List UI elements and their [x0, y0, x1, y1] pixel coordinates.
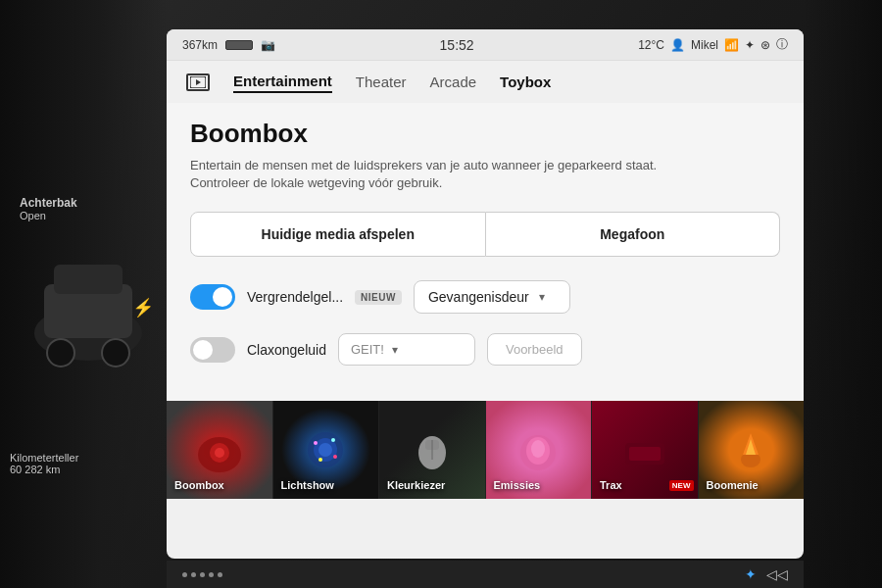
svg-point-14	[314, 441, 318, 445]
status-right: 12°C 👤 Mikel 📶 ✦ ⊛ ⓘ	[638, 36, 788, 53]
chevron-down-icon-1: ▾	[539, 290, 545, 304]
boombox-label: Boombox	[174, 479, 224, 491]
svg-rect-2	[54, 265, 122, 294]
temp-display: 12°C	[638, 38, 664, 52]
distance-display: 367km	[182, 38, 218, 52]
vergrendelgel-toggle[interactable]	[190, 284, 235, 310]
dot-3	[200, 572, 205, 577]
star-icon: ✦	[745, 38, 755, 52]
new-badge: NIEUW	[355, 290, 402, 305]
svg-marker-7	[196, 79, 201, 85]
svg-rect-25	[629, 447, 661, 461]
battery-bar	[225, 40, 253, 50]
status-bar: 367km 📷 15:52 12°C 👤 Mikel 📶 ✦ ⊛ ⓘ	[167, 29, 804, 61]
svg-point-23	[531, 440, 545, 458]
toybox-boomenie[interactable]: Boomenie	[699, 401, 805, 499]
trax-badge: NEW	[669, 480, 694, 491]
dropdown-value-1: Gevangenisdeur	[428, 289, 529, 305]
volume-icon[interactable]: ◁◁	[766, 566, 788, 582]
toybox-emissies[interactable]: Emissies	[486, 401, 592, 499]
wifi-icon: ⊛	[760, 38, 770, 52]
camera-icon: 📷	[261, 38, 275, 52]
toggle-knob-2	[193, 340, 213, 360]
kleurkiezer-label: Kleurkiezer	[387, 479, 445, 491]
open-label: Open	[20, 210, 77, 221]
page-description: Entertain de mensen met de luidsprekers …	[190, 157, 700, 192]
svg-point-17	[333, 455, 337, 459]
toggle-row-2: Claxongeluid GEIT! ▾ Voorbeeld	[190, 333, 780, 366]
svg-point-10	[215, 448, 224, 458]
user-icon: 👤	[670, 38, 685, 52]
toggle-knob-1	[213, 287, 232, 307]
svg-point-4	[102, 339, 129, 367]
svg-point-16	[318, 458, 322, 462]
emissies-label: Emissies	[494, 479, 541, 491]
signal-icon: 📶	[724, 38, 739, 52]
nav-arcade[interactable]: Arcade	[430, 72, 477, 92]
main-screen: 367km 📷 15:52 12°C 👤 Mikel 📶 ✦ ⊛ ⓘ Enter…	[167, 29, 804, 559]
gevangenisdeur-dropdown[interactable]: Gevangenisdeur ▾	[414, 280, 570, 314]
chevron-down-icon-2: ▾	[392, 343, 398, 357]
taskbar-right: ✦ ◁◁	[745, 566, 788, 582]
lichtshow-label: Lichtshow	[281, 479, 334, 491]
geit-value: GEIT!	[351, 342, 384, 357]
achterbak-label: Achterbak	[20, 196, 77, 210]
media-button[interactable]: Huidige media afspelen	[190, 212, 486, 257]
entertainment-icon[interactable]	[186, 74, 210, 91]
time-display: 15:52	[440, 37, 474, 53]
svg-text:⚡: ⚡	[132, 297, 155, 318]
vergrendelgel-label: Vergrendelgel...	[247, 289, 343, 305]
toybox-kleurkiezer[interactable]: Kleurkiezer	[379, 401, 485, 499]
car-silhouette: ⚡	[20, 216, 157, 372]
toggle-row-1: Vergrendelgel... NIEUW Gevangenisdeur ▾	[190, 280, 780, 314]
km-info: Kilometerteller 60 282 km	[10, 452, 78, 475]
dot-4	[209, 572, 214, 577]
boomenie-label: Boomenie	[707, 479, 759, 491]
svg-point-13	[318, 443, 332, 457]
nav-theater[interactable]: Theater	[356, 72, 407, 92]
nav-bar: Entertainment Theater Arcade Toybox	[167, 61, 804, 103]
right-dark-panel	[804, 0, 882, 588]
svg-point-15	[331, 438, 335, 442]
svg-point-3	[47, 339, 74, 367]
toybox-boombox[interactable]: Boombox	[167, 401, 272, 499]
geit-dropdown[interactable]: GEIT! ▾	[338, 333, 475, 366]
dot-5	[218, 572, 222, 577]
main-content: Boombox Entertain de mensen met de luids…	[167, 103, 804, 401]
user-name: Mikel	[691, 38, 718, 52]
claxon-toggle[interactable]	[190, 337, 235, 363]
km-title: Kilometerteller	[10, 452, 78, 464]
nav-entertainment[interactable]: Entertainment	[233, 71, 332, 93]
megafoon-button[interactable]: Megafoon	[486, 212, 781, 257]
sidebar-info: Achterbak Open	[20, 196, 77, 221]
bottom-taskbar: ✦ ◁◁	[167, 561, 804, 588]
info-icon: ⓘ	[776, 36, 788, 53]
bluetooth-icon[interactable]: ✦	[745, 566, 757, 582]
taskbar-dots	[182, 572, 222, 577]
status-left: 367km 📷	[182, 38, 275, 52]
trax-label: Trax	[600, 479, 622, 491]
km-value: 60 282 km	[10, 464, 78, 475]
page-title: Boombox	[190, 119, 780, 149]
nav-toybox[interactable]: Toybox	[500, 72, 551, 92]
dot-2	[191, 572, 196, 577]
button-row: Huidige media afspelen Megafoon	[190, 212, 780, 257]
toybox-lichtshow[interactable]: Lichtshow	[273, 401, 379, 499]
dot-1	[182, 572, 187, 577]
preview-button[interactable]: Voorbeeld	[487, 333, 582, 366]
toybox-strip: Boombox Lichtshow	[167, 401, 804, 499]
toybox-trax[interactable]: Trax NEW	[592, 401, 698, 499]
claxon-label: Claxongeluid	[247, 342, 326, 358]
